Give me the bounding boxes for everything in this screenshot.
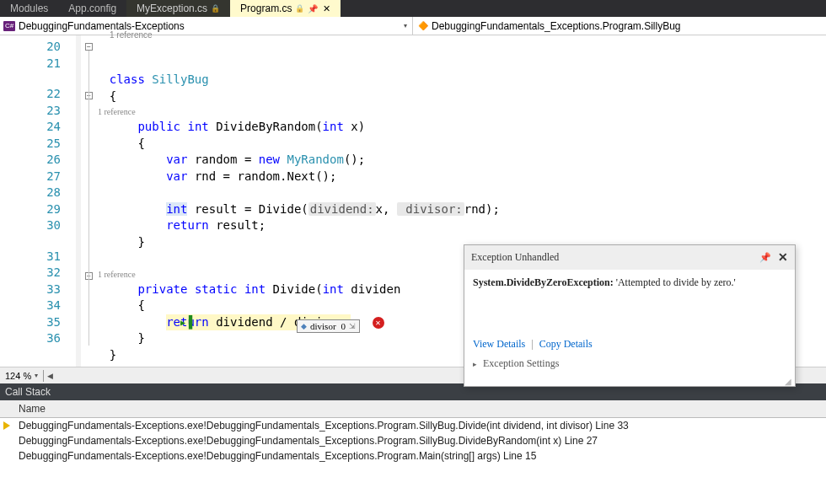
frame-text: DebuggingFundamentals-Exceptions.exe!Deb…	[19, 450, 536, 462]
line-gutter: 1 reference 20 21 22 23 24 25 26 27 28 2…	[0, 35, 81, 367]
datatip-name: divisor	[310, 321, 336, 331]
datatip-value: 0	[341, 321, 346, 331]
chevron-left-icon[interactable]: ◀	[47, 372, 53, 380]
chevron-down-icon[interactable]: ▾	[35, 372, 38, 379]
exception-settings-toggle[interactable]: ▸ Exception Settings	[464, 354, 795, 377]
run-to-click-icon[interactable]: ▶	[180, 314, 185, 331]
callstack-frame[interactable]: DebuggingFundamentals-Exceptions.exe!Deb…	[0, 448, 826, 464]
tab-appconfig[interactable]: App.config	[58, 0, 126, 17]
close-icon[interactable]: ✕	[323, 3, 330, 14]
pin-icon[interactable]: 📌	[308, 4, 318, 13]
exception-title-bar: Exception Unhandled 📌 ✕	[464, 245, 795, 270]
datatip[interactable]: ◆ divisor 0 ⇲	[297, 319, 360, 333]
frame-text: DebuggingFundamentals-Exceptions.exe!Deb…	[19, 435, 598, 447]
exception-popup: Exception Unhandled 📌 ✕ System.DivideByZ…	[464, 244, 796, 387]
close-icon[interactable]: ✕	[778, 250, 788, 265]
member-dropdown[interactable]: 🔶 DebuggingFundamentals_Exceptions.Progr…	[413, 17, 826, 35]
pin-icon[interactable]: 📌	[759, 252, 771, 263]
lock-icon: 🔒	[295, 4, 304, 13]
code-editor[interactable]: 1 reference 20 21 22 23 24 25 26 27 28 2…	[0, 35, 826, 367]
field-icon: ◆	[301, 322, 307, 330]
namespace-dropdown[interactable]: C# DebuggingFundamentals-Exceptions ▾	[0, 17, 413, 35]
resize-grip-icon[interactable]: ◢	[464, 377, 795, 386]
error-icon[interactable]: ✕	[373, 317, 384, 329]
exception-title: Exception Unhandled	[471, 251, 559, 264]
class-icon: 🔶	[418, 21, 428, 30]
tab-program[interactable]: Program.cs 🔒 📌 ✕	[230, 0, 341, 17]
callstack-header[interactable]: Name	[0, 400, 826, 418]
namespace-label: DebuggingFundamentals-Exceptions	[19, 20, 185, 32]
exception-message: 'Attempted to divide by zero.'	[616, 276, 736, 288]
chevron-down-icon[interactable]: ▾	[404, 22, 407, 29]
member-label: DebuggingFundamentals_Exceptions.Program…	[432, 20, 681, 32]
callstack-frame[interactable]: DebuggingFundamentals-Exceptions.exe!Deb…	[0, 418, 826, 433]
view-details-link[interactable]: View Details	[473, 338, 525, 350]
tab-myexception[interactable]: MyException.cs 🔒	[126, 0, 230, 17]
exception-type: System.DivideByZeroException:	[473, 276, 614, 288]
tab-label: App.config	[68, 3, 116, 14]
tab-modules[interactable]: Modules	[0, 0, 58, 17]
csharp-icon: C#	[3, 21, 15, 31]
document-tabs: Modules App.config MyException.cs 🔒 Prog…	[0, 0, 826, 17]
copy-details-link[interactable]: Copy Details	[539, 338, 593, 350]
tab-label: Program.cs	[240, 3, 292, 14]
callstack-frame[interactable]: DebuggingFundamentals-Exceptions.exe!Deb…	[0, 433, 826, 448]
tab-label: Modules	[10, 3, 48, 14]
tab-label: MyException.cs	[137, 3, 207, 14]
callstack-panel: Call Stack Name DebuggingFundamentals-Ex…	[0, 383, 826, 464]
current-frame-arrow-icon	[3, 421, 15, 431]
zoom-value[interactable]: 124 %	[5, 371, 31, 381]
frame-text: DebuggingFundamentals-Exceptions.exe!Deb…	[19, 420, 629, 432]
exception-settings-label: Exception Settings	[483, 357, 559, 369]
pin-icon[interactable]: ⇲	[349, 322, 356, 330]
separator: |	[531, 338, 533, 350]
chevron-right-icon: ▸	[473, 360, 477, 368]
lock-icon: 🔒	[211, 4, 220, 13]
